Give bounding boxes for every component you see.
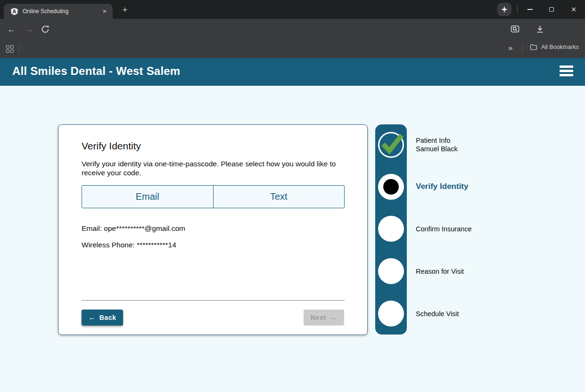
- step-label-subtitle: Samuel Black: [416, 145, 458, 154]
- browser-ai-button[interactable]: [497, 3, 511, 16]
- scheduling-page: Verify Identity Verify your identity via…: [0, 86, 585, 392]
- svg-text:A: A: [13, 9, 16, 14]
- nav-reload-button[interactable]: [41, 25, 49, 33]
- bookmarks-separator-right: [522, 44, 523, 53]
- browser-tab[interactable]: A Online Scheduling ×: [4, 4, 113, 19]
- step-label-reason-for-visit: Reason for Visit: [416, 268, 464, 276]
- verify-identity-card: Verify Identity Verify your identity via…: [58, 124, 368, 335]
- close-icon: ×: [571, 5, 577, 14]
- search-tabs-button[interactable]: [511, 25, 519, 34]
- site-favicon-icon: A: [10, 8, 18, 16]
- otp-method-tabs: Email Text: [82, 185, 345, 208]
- browser-navbar: ← → ☆: [0, 19, 585, 40]
- step-label-title: Patient Info: [416, 137, 458, 145]
- card-description: Verify your identity via one-time-passco…: [82, 159, 348, 177]
- hamburger-menu-icon[interactable]: [560, 65, 573, 76]
- tab-email[interactable]: Email: [82, 186, 213, 208]
- step-label-verify-identity: Verify Identity: [416, 182, 468, 191]
- step-circle-confirm-insurance[interactable]: [378, 216, 404, 242]
- back-button[interactable]: ← Back: [82, 310, 123, 326]
- downloads-button[interactable]: [536, 25, 544, 34]
- card-title: Verify Identity: [82, 140, 141, 152]
- card-divider: [82, 300, 345, 301]
- maximize-icon: [549, 7, 554, 12]
- masked-email-line: Email: ope**********@gmail.com: [82, 224, 185, 233]
- step-circle-schedule-visit[interactable]: [378, 301, 404, 327]
- app-header: All Smiles Dental - West Salem: [0, 58, 585, 86]
- step-label-confirm-insurance: Confirm Insurance: [416, 225, 471, 234]
- next-button-label: Next: [311, 314, 326, 321]
- step-label-schedule-visit: Schedule Visit: [416, 310, 459, 318]
- minimize-icon: [527, 9, 533, 10]
- page-title: All Smiles Dental - West Salem: [12, 65, 180, 78]
- browser-window: A Online Scheduling × + × ← →: [0, 0, 585, 392]
- step-circle-patient-info[interactable]: [378, 132, 404, 158]
- back-arrow-icon: ←: [88, 313, 96, 322]
- step-circle-verify-identity[interactable]: [378, 174, 404, 200]
- next-arrow-icon: →: [330, 313, 338, 322]
- sparkle-icon: [501, 6, 508, 13]
- browser-titlebar: A Online Scheduling × + ×: [0, 0, 585, 19]
- overflow-chevrons-icon[interactable]: »: [508, 43, 512, 53]
- nav-forward-button[interactable]: →: [25, 24, 33, 34]
- masked-phone-line: Wireless Phone: ***********14: [82, 241, 176, 249]
- step-label-patient-info: Patient Info Samuel Black: [416, 137, 458, 153]
- window-minimize-button[interactable]: [519, 0, 540, 19]
- step-circle-reason-for-visit[interactable]: [378, 258, 404, 284]
- nav-back-button[interactable]: ←: [7, 24, 16, 34]
- titlebar-separator: [517, 6, 518, 13]
- window-close-button[interactable]: ×: [563, 0, 584, 19]
- tab-title: Online Scheduling: [23, 8, 100, 15]
- bookmarks-bar: » All Bookmarks: [0, 40, 585, 58]
- window-maximize-button[interactable]: [541, 0, 562, 19]
- new-tab-button[interactable]: +: [119, 4, 131, 16]
- folder-icon: [530, 44, 537, 50]
- progress-stepper: [375, 124, 407, 335]
- all-bookmarks-button[interactable]: All Bookmarks: [530, 44, 579, 50]
- back-button-label: Back: [99, 314, 116, 321]
- bookmarks-separator: [19, 44, 19, 53]
- apps-grid-icon[interactable]: [6, 45, 14, 53]
- all-bookmarks-label: All Bookmarks: [541, 44, 579, 50]
- tab-close-icon[interactable]: ×: [100, 7, 109, 16]
- tab-text[interactable]: Text: [213, 186, 345, 208]
- next-button[interactable]: Next →: [304, 310, 344, 326]
